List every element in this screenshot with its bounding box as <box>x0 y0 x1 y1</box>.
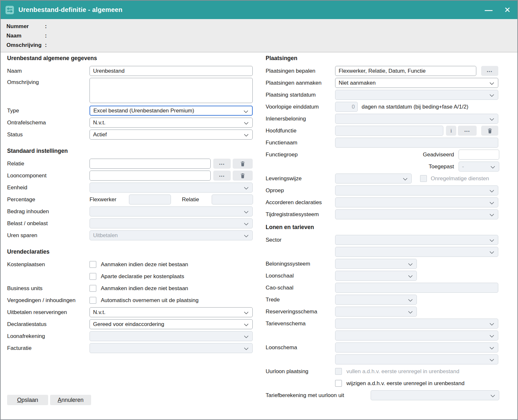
facturatie-label: Facturatie <box>7 345 90 352</box>
section-lonen: Lonen en tarieven <box>266 224 499 231</box>
tariefberekening-select[interactable] <box>371 390 499 400</box>
naam-input[interactable]: Urenbestand <box>90 66 253 76</box>
reserveringsschema-label: Reserveringsschema <box>266 309 335 315</box>
uurloon-wijzigen-checkbox[interactable] <box>335 380 342 387</box>
save-button[interactable]: Opslaan <box>7 395 48 405</box>
hoofdfunctie-input[interactable] <box>335 126 443 136</box>
section-general: Urenbestand algemene gegevens <box>7 55 253 62</box>
onregelmatige-diensten-checkbox[interactable] <box>420 175 427 182</box>
oproep-select[interactable] <box>335 185 498 195</box>
tariefberekening-label: Tariefberekening met uurloon uit <box>266 392 371 399</box>
right-column: Plaatsingen Plaatsingen bepalen Flexwerk… <box>266 55 499 402</box>
functiegroep-toegepast-select[interactable]: - <box>459 162 499 172</box>
percentage-relatie-input[interactable] <box>212 194 253 205</box>
hoofdfunctie-label: Hoofdfunctie <box>266 128 335 134</box>
cao-schaal-input[interactable] <box>335 283 498 293</box>
trede-select[interactable] <box>335 295 417 305</box>
bedrag-inhouden-select[interactable] <box>90 206 253 216</box>
leveringswijze-select[interactable] <box>335 173 412 184</box>
loonschaal-label: Loonschaal <box>266 273 335 279</box>
plaatsingen-bepalen-browse-button[interactable]: ••• <box>481 66 498 76</box>
reserveringsschema-select[interactable] <box>335 307 417 317</box>
cancel-button[interactable]: Annuleren <box>50 395 91 405</box>
chevron-down-icon <box>490 357 494 362</box>
omschrijving-field-label: Omschrijving <box>7 78 90 86</box>
functiegroep-geadviseerd-input[interactable] <box>459 150 499 160</box>
ontrafelschema-select[interactable]: N.v.t. <box>90 118 253 128</box>
chevron-down-icon <box>490 249 494 254</box>
uitbetalen-reserveringen-select[interactable]: N.v.t. <box>90 307 253 317</box>
checkbox-label: Aanmaken indien deze niet bestaan <box>101 285 188 292</box>
functienaam-label: Functienaam <box>266 140 335 146</box>
relatie-delete-button[interactable] <box>233 159 253 169</box>
voorlopige-einddatum-input[interactable]: 0 <box>335 102 358 112</box>
chevron-down-icon <box>244 120 248 125</box>
facturatie-select[interactable] <box>90 343 253 353</box>
tarievenschema-select[interactable] <box>335 319 498 329</box>
eenheid-label: Eenheid <box>7 184 90 191</box>
looncomponent-browse-button[interactable]: ••• <box>213 171 231 181</box>
eenheid-select[interactable] <box>90 183 253 193</box>
looncomponent-input[interactable] <box>90 171 211 181</box>
functienaam-input[interactable] <box>335 138 498 148</box>
business-units-aanmaken-checkbox[interactable] <box>90 285 96 292</box>
percentage-flexwerker-input[interactable] <box>129 194 171 205</box>
relatie-browse-button[interactable]: ••• <box>213 159 231 169</box>
hoofdfunctie-browse-button[interactable]: ••• <box>458 126 477 136</box>
chevron-down-icon <box>244 334 248 338</box>
hoofdfunctie-info-button[interactable]: i <box>446 126 456 136</box>
section-standaard: Standaard instellingen <box>7 148 253 154</box>
chevron-down-icon <box>408 309 413 314</box>
plaatsing-startdatum-label: Plaatsing startdatum <box>266 92 335 98</box>
sector-secondary-select[interactable] <box>335 247 498 257</box>
nummer-label: Nummer <box>6 23 45 30</box>
chevron-down-icon <box>490 237 494 242</box>
tarievenschema-secondary-select[interactable] <box>335 331 498 341</box>
chevron-down-icon <box>490 116 494 121</box>
chevron-down-icon <box>490 80 494 85</box>
loonschaal-select[interactable] <box>335 271 417 281</box>
kostenplaatsen-aanmaken-checkbox[interactable] <box>90 261 96 268</box>
trash-icon <box>240 161 246 167</box>
accorderen-declaraties-label: Accorderen declaraties <box>266 199 335 206</box>
loonafrekening-select[interactable] <box>90 331 253 341</box>
loonschema-label: Loonschema <box>266 344 335 351</box>
close-button[interactable]: ✕ <box>502 6 512 14</box>
omschrijving-textarea[interactable] <box>90 78 253 103</box>
chevron-down-icon <box>490 212 494 216</box>
uren-sparen-select[interactable]: Uitbetalen <box>90 230 253 240</box>
chevron-down-icon <box>244 185 248 190</box>
toegepast-label: Toegepast <box>429 163 454 170</box>
tijdregistratiesysteem-label: Tijdregistratiesysteem <box>266 211 335 218</box>
belast-onbelast-select[interactable] <box>90 218 253 228</box>
loonschema-secondary-select[interactable] <box>335 354 498 364</box>
window-title: Urenbestand-definitie - algemeen <box>18 6 484 14</box>
ontrafelschema-label: Ontrafelschema <box>7 120 90 126</box>
plaatsingen-aanmaken-select[interactable]: Niet aanmaken <box>335 78 498 88</box>
declaratiestatus-select[interactable]: Gereed voor eindaccordering <box>90 319 253 329</box>
app-icon <box>5 5 14 15</box>
beloningssysteem-select[interactable] <box>335 259 417 269</box>
looncomponent-delete-button[interactable] <box>233 171 253 181</box>
plaatsing-startdatum-select[interactable] <box>335 90 498 100</box>
loonschema-select[interactable] <box>335 342 498 352</box>
inlenersbeloning-label: Inlenersbeloning <box>266 116 335 122</box>
sector-select[interactable] <box>335 235 498 245</box>
chevron-down-icon <box>408 273 413 278</box>
type-select[interactable]: Excel bestand (Urenbestanden Premium) <box>90 106 253 116</box>
relatie-input[interactable] <box>90 159 211 169</box>
inlenersbeloning-select[interactable] <box>335 114 498 124</box>
chevron-down-icon <box>244 221 248 226</box>
hoofdfunctie-delete-button[interactable] <box>481 126 498 136</box>
aparte-declaratie-checkbox[interactable] <box>90 273 96 280</box>
vergoedingen-overnemen-checkbox[interactable] <box>90 297 96 304</box>
minimize-button[interactable]: — <box>484 6 493 14</box>
plaatsingen-bepalen-input[interactable]: Flexwerker, Relatie, Datum, Functie <box>335 66 476 76</box>
oproep-label: Oproep <box>266 187 335 194</box>
uurloon-vullen-checkbox[interactable] <box>335 368 342 375</box>
accorderen-declaraties-select[interactable] <box>335 197 498 207</box>
trede-label: Trede <box>266 297 335 303</box>
bedrag-inhouden-label: Bedrag inhouden <box>7 208 90 215</box>
status-select[interactable]: Actief <box>90 130 253 140</box>
tijdregistratiesysteem-select[interactable] <box>335 209 498 219</box>
